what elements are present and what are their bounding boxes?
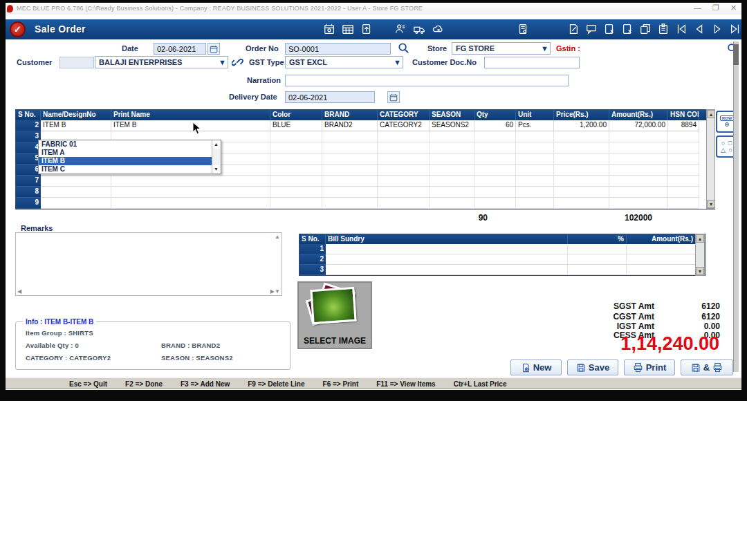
igst-label: IGST Amt (571, 321, 654, 331)
window-scrollbar[interactable] (733, 41, 739, 372)
scroll-right-icon[interactable]: ▶ (270, 288, 275, 295)
col-qty[interactable]: Qty (474, 110, 516, 120)
table-row[interactable]: 7 (16, 176, 714, 187)
remarks-label: Remarks (21, 224, 53, 232)
dropdown-option[interactable]: FABRIC 01 (39, 140, 221, 149)
cgst-value: 6120 (654, 312, 720, 321)
narration-input[interactable] (285, 75, 569, 86)
scroll-down-icon[interactable]: ▼ (212, 165, 220, 174)
status-bar: Esc => Quit F2 => Done F3 => Add New F9 … (6, 377, 741, 389)
chevron-down-icon[interactable]: ▼ (394, 58, 401, 66)
dropdown-scrollbar[interactable]: ▲ ▼ (212, 140, 221, 174)
edit-document-icon[interactable] (566, 22, 581, 36)
select-image-button[interactable]: SELECT IMAGE (297, 281, 372, 349)
delivery-calendar-icon[interactable] (387, 91, 400, 103)
cloud-sync-icon[interactable] (430, 22, 445, 36)
col-category[interactable]: CATEGORY (378, 110, 430, 120)
col-sno[interactable]: S No. (16, 110, 41, 120)
dropdown-option[interactable]: ITEM A (39, 149, 221, 157)
col-price[interactable]: Price(Rs.) (554, 110, 609, 120)
col-amount[interactable]: Amount(Rs.) (609, 110, 668, 120)
bill-sundry-table: S No. Bill Sundry % Amount(Rs.) 1 2 3 (299, 234, 706, 276)
export-excel-icon[interactable] (602, 22, 617, 36)
truck-delivery-icon[interactable] (412, 22, 427, 36)
nav-first-icon[interactable] (674, 22, 689, 36)
chevron-down-icon[interactable]: ▼ (219, 58, 226, 66)
screen: MEC BLUE PRO 6.786 (C:\Ready Business So… (0, 0, 747, 560)
calendar-grid-icon[interactable] (340, 22, 356, 36)
col-brand[interactable]: BRAND (322, 110, 378, 120)
document-export-icon[interactable] (359, 22, 374, 36)
scroll-up-icon[interactable]: ▲ (275, 234, 280, 240)
item-info-panel: Info : ITEM B-ITEM B Item Group : SHIRTS… (15, 321, 290, 370)
col-unit[interactable]: Unit (516, 110, 554, 120)
save-and-print-button[interactable]: & (681, 360, 733, 375)
grand-total: 1,14,240.00 (620, 333, 719, 355)
link-customer-icon[interactable] (232, 55, 244, 71)
nav-next-icon[interactable] (710, 22, 725, 36)
customer-select[interactable]: BALAJI ENTERPRISES▼ (95, 56, 228, 68)
items-table-header: S No. Name/DesignNo Print Name Color BRA… (16, 110, 714, 120)
bill-sundry-row[interactable]: 3 (299, 265, 705, 275)
scroll-up-icon[interactable]: ▲ (696, 234, 704, 243)
col-bs-amount: Amount(Rs.) (627, 234, 696, 244)
order-no-label: Order No (246, 44, 279, 53)
save-button[interactable]: Save (567, 360, 618, 375)
date-calendar-icon[interactable] (208, 43, 220, 55)
paste-clipboard-icon[interactable] (656, 22, 671, 36)
bill-sundry-row[interactable]: 1 (299, 244, 705, 254)
app-toolbar: ✓ Sale Order (6, 19, 741, 39)
app-logo-icon: ✓ (10, 21, 26, 37)
customer-doc-input[interactable] (484, 57, 580, 68)
new-button[interactable]: New (510, 360, 562, 375)
shortcut-view-items: F11 => View Items (376, 380, 435, 388)
scroll-down-icon[interactable]: ▼ (275, 288, 280, 295)
chevron-down-icon[interactable]: ▼ (541, 44, 548, 53)
table-scrollbar[interactable]: ▲ ▼ (706, 109, 715, 209)
customer-ledger-icon[interactable] (393, 22, 408, 36)
order-no-input[interactable]: SO-0001 (285, 43, 391, 55)
gst-type-select[interactable]: GST EXCL▼ (285, 56, 403, 68)
dropdown-option[interactable]: ITEM C (39, 165, 221, 174)
bill-sundry-scrollbar[interactable]: ▲ ▼ (695, 234, 705, 276)
dropdown-option-selected[interactable]: ITEM B (39, 157, 221, 165)
nav-prev-icon[interactable] (692, 22, 707, 36)
table-row[interactable]: 9 (16, 198, 714, 209)
scroll-down-icon[interactable]: ▼ (696, 267, 704, 275)
copy-icon[interactable] (638, 22, 653, 36)
scroll-down-icon[interactable]: ▼ (707, 200, 715, 208)
shortcut-print: F6 => Print (323, 380, 359, 388)
maximize-button[interactable]: ❐ (712, 3, 719, 12)
scroll-up-icon[interactable]: ▲ (212, 140, 220, 149)
window-frame: MEC BLUE PRO 6.786 (C:\Ready Business So… (0, 0, 747, 401)
col-print-name[interactable]: Print Name (111, 110, 270, 120)
col-hsn[interactable]: HSN CODE (668, 110, 699, 120)
date-input[interactable]: 02-06-2021 (154, 43, 206, 55)
document-settings-icon[interactable] (515, 22, 531, 36)
scroll-left-icon[interactable]: ◀ (17, 288, 21, 295)
info-season: SEASON : SEASONS2 (161, 354, 233, 362)
col-season[interactable]: SEASON (430, 110, 474, 120)
store-select[interactable]: FG STORE▼ (452, 42, 551, 55)
table-row[interactable]: 8 (16, 187, 714, 198)
remarks-textarea[interactable]: ▲ ◀ ▶ ▼ (15, 232, 282, 296)
shortcut-add-new: F3 => Add New (181, 380, 230, 388)
calendar-search-icon[interactable] (322, 22, 337, 36)
customer-code-input[interactable] (59, 57, 94, 68)
scroll-up-icon[interactable]: ▲ (707, 110, 715, 118)
print-button[interactable]: Print (624, 360, 675, 375)
nav-last-icon[interactable] (728, 22, 743, 36)
order-search-icon[interactable] (397, 41, 410, 57)
col-color[interactable]: Color (270, 110, 322, 120)
sgst-value: 6120 (654, 301, 720, 311)
minimize-button[interactable]: — (694, 3, 701, 12)
table-row[interactable]: 2 ITEM B ITEM B BLUE BRAND2 CATEGORY2 SE… (16, 120, 714, 131)
message-icon[interactable] (584, 22, 599, 36)
bill-sundry-row[interactable]: 2 (299, 254, 705, 265)
shortcut-delete-line: F9 => Delete Line (248, 380, 304, 388)
close-window-button[interactable]: ✕ (730, 3, 737, 12)
window-scrollbar-thumb[interactable] (733, 44, 739, 65)
delivery-date-input[interactable]: 02-06-2021 (285, 91, 375, 103)
export-pdf-icon[interactable] (620, 22, 635, 36)
col-name[interactable]: Name/DesignNo (41, 110, 111, 120)
